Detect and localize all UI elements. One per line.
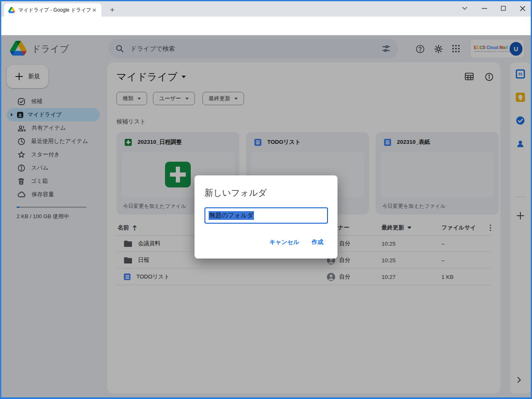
tab-close-icon[interactable]: ✕ — [91, 6, 98, 14]
dialog-title: 新しいフォルダ — [204, 187, 267, 199]
window-menu-chevron-icon[interactable] — [456, 2, 473, 14]
cancel-button[interactable]: キャンセル — [269, 239, 299, 246]
window-border — [0, 0, 1, 399]
window-border — [0, 0, 532, 1]
window-close-button[interactable] — [514, 2, 531, 14]
window-maximize-button[interactable] — [495, 2, 512, 14]
tab-title: マイドライブ - Google ドライブ — [18, 7, 91, 14]
folder-name-selected-text: 無題のフォルダ — [209, 211, 254, 220]
create-button[interactable]: 作成 — [312, 239, 323, 246]
browser-tab-bar: マイドライブ - Google ドライブ ✕ + — [0, 0, 532, 17]
new-tab-button[interactable]: + — [107, 5, 117, 15]
drive-favicon-icon — [8, 7, 15, 13]
new-folder-dialog: 新しいフォルダ 無題のフォルダ キャンセル 作成 — [195, 175, 337, 259]
window-border — [0, 397, 532, 399]
browser-toolbar: drive.google.com/drive/my-drive U — [0, 17, 532, 35]
window-minimize-button[interactable] — [476, 2, 493, 14]
folder-name-input[interactable]: 無題のフォルダ — [204, 207, 328, 224]
drive-page: ドライブ ドライブで検索 — [0, 35, 532, 398]
browser-tab[interactable]: マイドライブ - Google ドライブ ✕ — [4, 3, 101, 17]
